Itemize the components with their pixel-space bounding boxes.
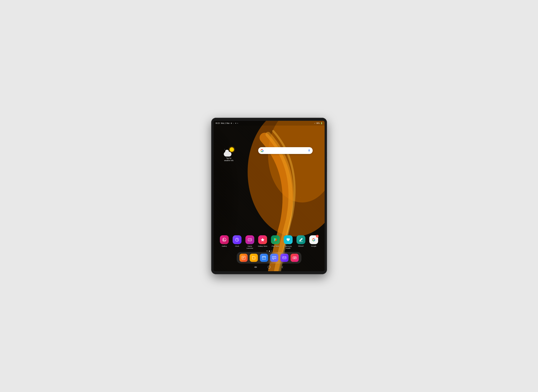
dock-files[interactable]	[250, 254, 258, 262]
svg-point-8	[280, 172, 280, 172]
recents-icon	[254, 266, 257, 269]
google-logo	[261, 149, 264, 152]
svg-rect-42	[283, 257, 286, 259]
app-playstore[interactable]: Play Store	[270, 235, 281, 249]
clock-icon	[233, 235, 242, 244]
samsunghealth-svg	[286, 237, 290, 242]
app-clock[interactable]: Clock	[231, 235, 243, 249]
back-button[interactable]	[281, 266, 284, 269]
app-gallery[interactable]: Gallery	[219, 235, 230, 249]
svg-point-4	[290, 146, 290, 147]
svg-point-11	[300, 197, 301, 197]
svg-point-44	[295, 257, 296, 257]
dock-messages[interactable]	[270, 254, 278, 262]
files-icon	[252, 256, 256, 260]
playstore-icon	[271, 235, 280, 244]
gamelauncher-icon	[245, 235, 254, 244]
dock-email[interactable]	[280, 254, 289, 262]
app-penup[interactable]: PENUP	[295, 235, 307, 249]
svg-point-24	[237, 240, 237, 240]
status-left: 08:25 Wed, 2 Mar ⚙ ↓ ✕ •	[216, 122, 238, 124]
svg-point-5	[295, 155, 295, 155]
weather-icon: +	[224, 148, 234, 157]
sun-icon	[230, 147, 234, 152]
gallery-svg	[222, 237, 227, 242]
app-google[interactable]: 19 Google	[308, 235, 319, 249]
google-badge: 19	[316, 235, 319, 238]
gallery-label: Gallery	[222, 245, 227, 247]
svg-point-9	[304, 180, 304, 181]
dock: 2	[237, 252, 301, 264]
playstore-svg	[273, 237, 278, 242]
app-grid: Gallery Clock	[214, 235, 325, 249]
signal-icon: ✓	[314, 122, 316, 124]
svg-text:2: 2	[263, 258, 264, 259]
page-indicator-0	[266, 251, 268, 251]
clock-svg	[235, 237, 239, 242]
svg-rect-47	[256, 267, 257, 268]
recents-button[interactable]	[254, 266, 257, 269]
svg-point-19	[223, 238, 226, 242]
app-samsunghealth[interactable]: Samsung Health	[283, 235, 294, 249]
svg-point-29	[251, 240, 251, 240]
dock-camera[interactable]	[290, 254, 299, 262]
nav-bar	[214, 264, 325, 270]
svg-point-43	[294, 257, 295, 259]
app-galaxystore[interactable]: Galaxy Store	[257, 235, 268, 249]
dock-calendar[interactable]: 2	[260, 254, 268, 262]
weather-widget[interactable]: + Tap for weather info	[224, 148, 234, 162]
mic-icon	[308, 149, 311, 152]
volume-down-button[interactable]	[327, 158, 327, 163]
samsunghealth-label: Samsung Health	[285, 245, 292, 249]
close-icon: ✕	[235, 122, 236, 124]
status-time: 08:25	[216, 122, 220, 124]
search-bar-container	[258, 147, 313, 154]
dot-icon: •	[237, 122, 238, 124]
svg-point-6	[285, 163, 286, 164]
app-gamelauncher[interactable]: Game Launcher	[244, 235, 256, 249]
playstore-label: Play Store	[272, 245, 279, 247]
tablet-device: 08:25 Wed, 2 Mar ⚙ ↓ ✕ • ✓ 98% 🔋 + Tap f…	[211, 118, 327, 274]
svg-point-10	[292, 188, 292, 189]
google-icon: 19	[309, 235, 318, 244]
svg-point-13	[297, 214, 297, 215]
galaxystore-label: Galaxy Store	[258, 245, 267, 247]
battery-icon: 🔋	[320, 122, 323, 124]
penup-label: PENUP	[298, 245, 304, 247]
camera-icon	[292, 256, 297, 260]
dock-tasks[interactable]	[239, 254, 248, 262]
svg-point-28	[250, 239, 251, 240]
download-icon: ↓	[233, 122, 234, 124]
battery-text: 98%	[316, 122, 320, 124]
status-bar: 08:25 Wed, 2 Mar ⚙ ↓ ✕ • ✓ 98% 🔋	[214, 121, 325, 126]
volume-up-button[interactable]	[327, 152, 327, 157]
penup-svg	[299, 237, 303, 242]
svg-point-15	[293, 231, 294, 232]
plus-icon: +	[224, 148, 225, 151]
google-svg	[312, 238, 316, 242]
messages-icon	[272, 256, 276, 260]
status-right: ✓ 98% 🔋	[314, 122, 322, 124]
page-indicator-2	[271, 251, 272, 252]
google-search-bar[interactable]	[258, 147, 313, 154]
svg-rect-45	[254, 267, 255, 268]
email-icon	[282, 256, 287, 260]
page-indicators	[214, 251, 325, 252]
svg-rect-25	[248, 238, 252, 241]
svg-point-14	[285, 223, 286, 223]
gamelauncher-svg	[248, 237, 252, 242]
cloud-icon	[224, 152, 231, 157]
google-label: Google	[311, 245, 316, 247]
penup-icon	[296, 235, 305, 244]
power-button[interactable]	[327, 165, 327, 172]
clock-label: Clock	[235, 245, 239, 247]
page-indicator-1	[269, 251, 270, 252]
galaxystore-svg	[260, 237, 265, 242]
home-button[interactable]	[267, 266, 271, 269]
tasks-icon	[241, 256, 246, 260]
status-date: Wed, 2 Mar	[221, 122, 230, 124]
svg-point-12	[288, 206, 289, 206]
calendar-icon: 2	[262, 256, 266, 260]
back-icon	[281, 266, 284, 269]
svg-point-20	[223, 239, 224, 240]
